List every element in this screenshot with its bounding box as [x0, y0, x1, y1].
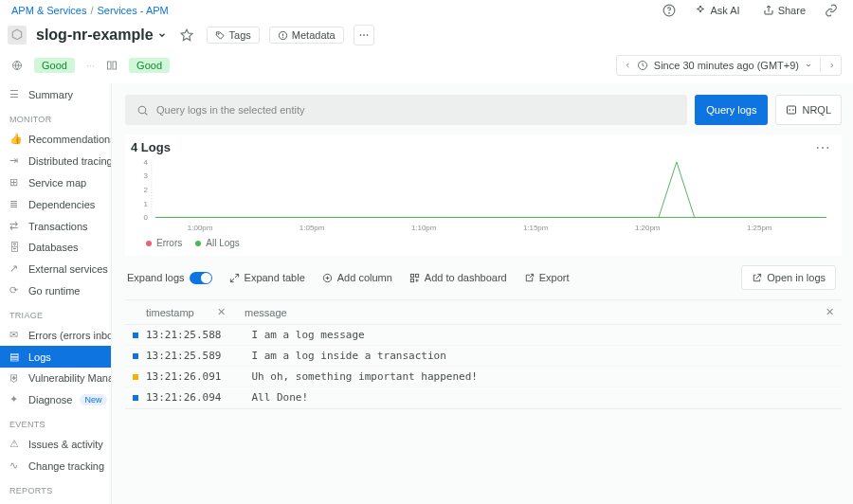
favorite-star-icon[interactable] [176, 25, 197, 45]
health-badge-summary[interactable]: Good [34, 58, 75, 73]
query-logs-button[interactable]: Query logs [695, 95, 768, 125]
link-icon[interactable] [821, 0, 842, 21]
breadcrumb-separator: / [90, 5, 93, 16]
svg-text:4: 4 [143, 158, 148, 167]
severity-dot [133, 353, 138, 359]
sidebar-item-external-services[interactable]: ↗External services [0, 258, 111, 279]
svg-point-5 [359, 34, 361, 36]
runtime-icon: ⟳ [9, 284, 21, 297]
svg-rect-30 [410, 279, 413, 281]
sidebar-item-databases[interactable]: 🗄Databases [0, 237, 111, 258]
sidebar-item-sla[interactable]: ▭SLA [0, 499, 111, 504]
log-row[interactable]: 13:21:26.094All Done! [125, 387, 842, 408]
tags-chip[interactable]: Tags [207, 27, 260, 44]
sidebar-group-triage: TRIAGE [0, 301, 111, 324]
page-title[interactable]: slog-nr-example [36, 27, 167, 44]
expand-logs-toggle[interactable]: Expand logs [127, 272, 212, 284]
timestamp-cell: 13:21:25.588 [146, 329, 221, 341]
svg-text:1:00pm: 1:00pm [188, 224, 213, 232]
svg-text:1: 1 [143, 200, 147, 208]
list-icon: ☰ [9, 88, 21, 100]
svg-text:2: 2 [143, 186, 147, 194]
help-icon[interactable] [659, 0, 680, 21]
log-row[interactable]: 13:21:25.589I am a log inside a transact… [125, 346, 842, 367]
timestamp-cell: 13:21:26.094 [146, 391, 221, 404]
ask-ai-button[interactable]: Ask AI [687, 2, 747, 19]
svg-point-2 [218, 33, 219, 34]
app-hex-icon [8, 26, 27, 45]
sidebar-item-issues-activity[interactable]: ⚠Issues & activity [0, 433, 111, 455]
new-badge: New [80, 394, 106, 405]
transactions-icon: ⇄ [9, 220, 21, 232]
time-picker[interactable]: Since 30 minutes ago (GMT+9) [616, 55, 842, 76]
legend-all-logs[interactable]: All Logs [195, 238, 240, 248]
chevron-left-icon [625, 61, 631, 70]
metadata-chip[interactable]: Metadata [269, 27, 344, 44]
chevron-right-icon [828, 61, 835, 70]
open-in-logs-button[interactable]: Open in logs [741, 265, 836, 290]
svg-rect-28 [410, 274, 413, 277]
export-button[interactable]: Export [524, 272, 570, 283]
search-input[interactable]: Query logs in the selected entity [125, 95, 687, 125]
add-to-dashboard-button[interactable]: Add to dashboard [409, 272, 507, 283]
legend-dot-all-logs [195, 241, 201, 246]
app-title-text: slog-nr-example [36, 27, 154, 44]
sidebar-item-service-map[interactable]: ⊞Service map [0, 171, 111, 193]
svg-text:1:25pm: 1:25pm [747, 224, 772, 232]
breadcrumb-link-apm[interactable]: APM & Services [11, 5, 86, 16]
sidebar-item-recommendations[interactable]: 👍Recommendations [0, 128, 111, 150]
sidebar-item-vulnerability[interactable]: ⛨Vulnerability Manage... [0, 368, 111, 388]
search-icon [136, 104, 149, 117]
map-icon: ⊞ [9, 176, 21, 189]
toggle-switch[interactable] [190, 272, 212, 284]
severity-dot [133, 333, 138, 338]
sidebar-group-reports: REPORTS [0, 477, 111, 499]
add-column-button[interactable]: Add column [322, 272, 392, 283]
external-icon: ↗ [9, 262, 21, 275]
log-row[interactable]: 13:21:26.091Uh oh, something important h… [125, 367, 842, 387]
export-icon [524, 273, 535, 283]
message-cell: Uh oh, something important happened! [221, 370, 834, 383]
logs-chart[interactable]: 012341:00pm1:05pm1:10pm1:15pm1:20pm1:25p… [125, 158, 842, 238]
expand-table-button[interactable]: Expand table [229, 272, 305, 283]
message-cell: I am a log message [221, 329, 834, 341]
search-placeholder: Query logs in the selected entity [156, 104, 305, 116]
svg-text:1:05pm: 1:05pm [299, 224, 325, 232]
health-badge-workload[interactable]: Good [129, 58, 170, 73]
log-row[interactable]: 13:21:25.588I am a log message [125, 325, 842, 346]
sidebar: ☰Summary MONITOR 👍Recommendations ⇥Distr… [0, 83, 112, 504]
nrql-button[interactable]: NRQL [775, 95, 842, 125]
sidebar-item-go-runtime[interactable]: ⟳Go runtime [0, 279, 111, 301]
sidebar-item-change-tracking[interactable]: ∿Change tracking [0, 455, 111, 477]
tags-label: Tags [229, 29, 251, 41]
log-table-body: 13:21:25.588I am a log message13:21:25.5… [125, 325, 842, 409]
sidebar-item-transactions[interactable]: ⇄Transactions [0, 215, 111, 237]
remove-message-column-button[interactable]: ✕ [826, 306, 834, 318]
sidebar-item-summary[interactable]: ☰Summary [0, 83, 111, 105]
sidebar-item-distributed-tracing[interactable]: ⇥Distributed tracing [0, 150, 111, 171]
nrql-label: NRQL [802, 104, 831, 116]
diagnose-icon: ✦ [9, 393, 21, 405]
legend-errors[interactable]: Errors [146, 238, 182, 248]
chevron-down-icon [805, 62, 812, 69]
sidebar-item-dependencies[interactable]: ≣Dependencies [0, 193, 111, 215]
compare-icon [106, 60, 118, 71]
svg-text:0: 0 [143, 213, 148, 222]
svg-point-1 [669, 13, 670, 14]
severity-dot [133, 374, 138, 380]
column-header-timestamp[interactable]: timestamp [146, 307, 214, 318]
document-icon: ▤ [9, 351, 21, 363]
column-header-message[interactable]: message [227, 307, 826, 318]
more-menu-button[interactable] [354, 25, 374, 45]
chevron-down-icon [157, 30, 167, 40]
code-icon [786, 104, 797, 116]
sidebar-item-diagnose[interactable]: ✦DiagnoseNew [0, 388, 111, 410]
chart-more-button[interactable]: ⋯ [809, 138, 836, 156]
remove-timestamp-column-button[interactable]: ✕ [214, 306, 227, 318]
share-button[interactable]: Share [755, 2, 813, 19]
chart-title: 4 Logs [131, 140, 171, 154]
sidebar-group-monitor: MONITOR [0, 105, 111, 128]
breadcrumb-link-services[interactable]: Services - APM [98, 5, 169, 16]
sidebar-item-errors-inbox[interactable]: ✉Errors (errors inbox) [0, 324, 111, 346]
sidebar-item-logs[interactable]: ▤Logs [0, 346, 111, 368]
